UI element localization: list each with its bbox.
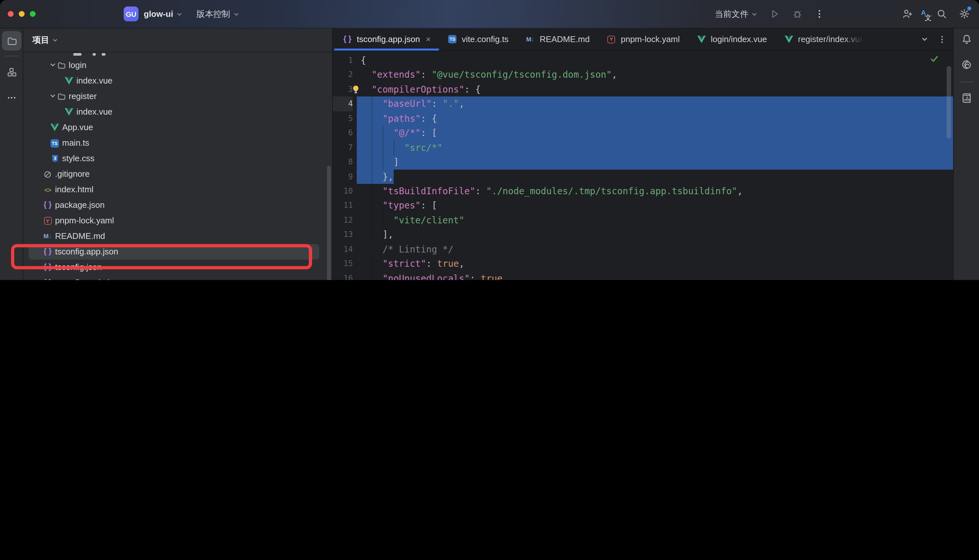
css-file-icon: 3	[50, 154, 60, 163]
project-badge[interactable]: GU	[123, 7, 138, 22]
vue-file-icon	[64, 76, 74, 86]
line-number: 6	[333, 126, 353, 140]
yaml-file-icon: Y	[606, 34, 616, 44]
folder-icon	[56, 92, 66, 101]
right-toolwindow-stripe: A	[953, 28, 979, 280]
code-line: 8 ]	[333, 155, 953, 169]
ide-window: GU glow-ui 版本控制 当前文件 文A	[0, 0, 979, 280]
title-bar: GU glow-ui 版本控制 当前文件 文A	[0, 0, 979, 28]
tree-row[interactable]: index.vue	[23, 104, 332, 120]
ai-assistant-icon[interactable]	[957, 55, 976, 75]
tree-row[interactable]: .gitignore	[23, 167, 332, 182]
settings-notification-dot	[967, 7, 971, 10]
project-folder-icon[interactable]	[2, 31, 22, 50]
run-icon[interactable]	[769, 8, 780, 19]
tree-row-clipped[interactable]	[23, 52, 332, 58]
editor-tab-label: login/index.vue	[711, 34, 767, 44]
settings-gear-icon[interactable]	[959, 8, 970, 19]
notifications-bell-icon[interactable]	[957, 30, 976, 49]
hidden-tabs-chevron-icon[interactable]	[921, 35, 929, 43]
expand-chevron-icon[interactable]	[49, 62, 56, 68]
editor-tab-label: register/index.vue	[798, 34, 864, 44]
editor-tab-label: pnpm-lock.yaml	[620, 34, 680, 44]
project-widget[interactable]: glow-ui	[144, 9, 173, 19]
tree-row-label: login	[68, 60, 87, 70]
typescript-file-icon: TS	[447, 34, 457, 44]
search-icon[interactable]	[936, 8, 947, 19]
line-number: 7	[333, 140, 353, 155]
code-line: 16 "noUnusedLocals": true,	[333, 271, 953, 280]
more-tool-windows-icon[interactable]	[2, 88, 22, 107]
tree-row[interactable]: 3style.css	[23, 151, 332, 167]
expand-chevron-icon[interactable]	[49, 93, 56, 100]
editor-tab[interactable]: login/index.vue	[688, 28, 776, 50]
editor-tab[interactable]: Ypnpm-lock.yaml	[598, 28, 688, 50]
project-tree-header[interactable]: 项目	[23, 28, 332, 52]
line-number: 3	[333, 82, 353, 97]
vue-file-icon	[64, 107, 74, 117]
structure-icon[interactable]	[2, 62, 22, 82]
editor-tab[interactable]: register/index.vue	[776, 28, 873, 50]
zoom-window-button[interactable]	[30, 11, 36, 17]
tree-row-label: index.html	[55, 184, 93, 194]
editor-scrollbar[interactable]	[947, 66, 951, 138]
chevron-down-icon	[52, 37, 58, 43]
close-window-button[interactable]	[8, 11, 13, 17]
inspection-ok-check-icon[interactable]	[930, 54, 939, 63]
tree-row[interactable]: App.vue	[23, 120, 332, 135]
code-line: 3 "compilerOptions": {	[333, 82, 953, 97]
code-line: 2 "extends": "@vue/tsconfig/tsconfig.dom…	[333, 68, 953, 82]
line-number: 10	[333, 184, 353, 198]
more-actions-icon[interactable]	[814, 9, 824, 19]
tree-scrollbar[interactable]	[327, 166, 331, 280]
minimize-window-button[interactable]	[19, 11, 25, 17]
code-line: 5 "paths": {	[333, 112, 953, 126]
tree-row-label: register	[68, 91, 97, 101]
tree-row[interactable]: Ypnpm-lock.yaml	[23, 213, 332, 228]
tree-row-label: tsconfig.node.json	[55, 277, 123, 280]
tree-row[interactable]: TSmain.ts	[23, 135, 332, 151]
tree-row-label: README.md	[55, 231, 105, 240]
tree-row-label: .gitignore	[55, 168, 90, 178]
stripe-divider	[5, 56, 19, 56]
vue-file-icon	[784, 34, 794, 44]
add-user-icon[interactable]	[902, 8, 913, 19]
tree-row[interactable]: <>index.html	[23, 182, 332, 197]
html-file-icon: <>	[43, 185, 52, 195]
tree-row[interactable]: index.vue	[23, 73, 332, 89]
editor-tab[interactable]: M↓README.md	[517, 28, 598, 50]
markdown-file-icon: M↓	[43, 232, 52, 241]
tree-row[interactable]: register	[23, 89, 332, 104]
code-line: 11 "types": [	[333, 198, 953, 213]
svg-text:A: A	[966, 96, 969, 100]
project-tree-panel: 项目 loginindex.vueregisterindex.vueApp.vu…	[23, 28, 333, 280]
run-configuration-selector[interactable]: 当前文件	[715, 8, 757, 20]
debug-icon[interactable]	[792, 8, 803, 19]
code-line: 12 "vite/client"	[333, 213, 953, 228]
line-number: 1	[333, 53, 353, 68]
tree-row[interactable]: M↓README.md	[23, 228, 332, 244]
json-file-icon: { }	[43, 278, 52, 280]
editor-tab[interactable]: { }tsconfig.app.json×	[334, 28, 439, 50]
code-editor[interactable]: 1{2 "extends": "@vue/tsconfig/tsconfig.d…	[333, 50, 953, 280]
typescript-file-icon: TS	[50, 138, 60, 148]
code-line: 9 },	[333, 169, 953, 184]
code-line: 14 /* Linting */	[333, 242, 953, 257]
tree-row-label: index.vue	[77, 107, 112, 116]
editor-tab[interactable]: TSvite.config.ts	[439, 28, 517, 50]
tree-row-label: package.json	[55, 200, 105, 210]
close-tab-icon[interactable]: ×	[426, 34, 430, 44]
intention-lightbulb-icon[interactable]	[352, 85, 360, 94]
vcs-widget[interactable]: 版本控制	[197, 8, 230, 20]
markdown-file-icon: M↓	[525, 34, 535, 44]
tree-row[interactable]: login	[23, 58, 332, 73]
tree-row-label: pnpm-lock.yaml	[55, 215, 114, 225]
chevron-down-icon	[751, 11, 757, 17]
tab-options-kebab-icon[interactable]	[937, 35, 947, 44]
translation-dictionary-icon[interactable]: A	[957, 88, 976, 107]
tree-row[interactable]: { }tsconfig.node.json	[23, 275, 332, 280]
vue-file-icon	[697, 34, 706, 44]
line-number: 5	[333, 112, 353, 126]
tree-row-label: main.ts	[62, 138, 89, 147]
tree-row[interactable]: { }package.json	[23, 197, 332, 213]
